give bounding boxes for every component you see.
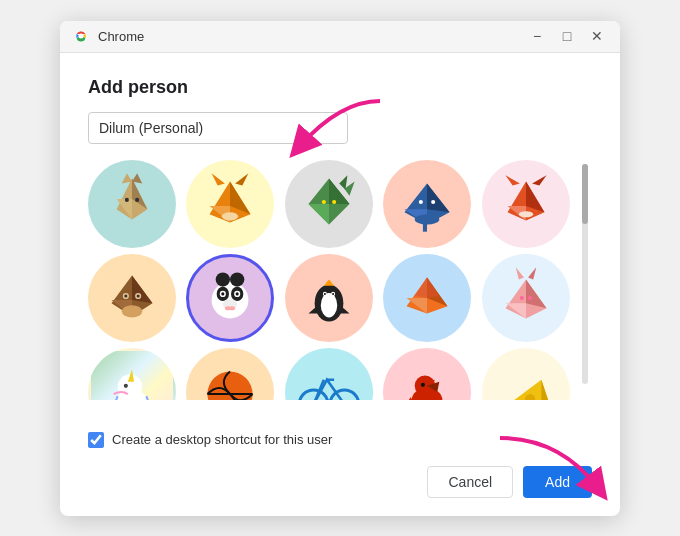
svg-marker-33: [505, 175, 519, 185]
avatar-item-14[interactable]: [383, 348, 471, 400]
svg-point-55: [230, 272, 244, 286]
person-name-input[interactable]: [88, 112, 348, 144]
maximize-button[interactable]: □: [556, 25, 578, 47]
avatar-item-1[interactable]: [88, 160, 176, 248]
svg-point-80: [124, 383, 128, 387]
avatar-item-2[interactable]: [186, 160, 274, 248]
svg-point-64: [332, 292, 334, 294]
window-controls: − □ ✕: [526, 25, 608, 47]
svg-point-21: [322, 199, 326, 203]
svg-point-91: [421, 382, 425, 386]
scrollbar-track[interactable]: [582, 164, 588, 384]
svg-marker-34: [532, 175, 546, 185]
avatar-item-9[interactable]: [383, 254, 471, 342]
svg-point-49: [222, 292, 225, 295]
window-title: Chrome: [98, 29, 526, 44]
dialog-content: Add person: [60, 53, 620, 418]
svg-point-1: [79, 34, 84, 39]
svg-marker-69: [427, 277, 439, 298]
chrome-logo-icon: [72, 27, 90, 45]
svg-marker-74: [528, 267, 536, 279]
svg-point-53: [229, 306, 235, 310]
cancel-button[interactable]: Cancel: [427, 466, 513, 498]
avatar-grid-wrap: [88, 160, 578, 400]
close-button[interactable]: ✕: [586, 25, 608, 47]
svg-point-54: [216, 272, 230, 286]
svg-point-57: [321, 292, 337, 317]
svg-marker-37: [132, 275, 153, 303]
avatar-item-6[interactable]: [88, 254, 176, 342]
add-button[interactable]: Add: [523, 466, 592, 498]
svg-marker-93: [541, 379, 551, 399]
avatar-grid: [88, 160, 578, 400]
scrollbar: [578, 160, 592, 400]
svg-marker-18: [308, 204, 329, 225]
avatar-item-7[interactable]: [186, 254, 274, 342]
svg-point-28: [419, 199, 423, 203]
svg-point-81: [208, 371, 253, 400]
svg-rect-27: [423, 219, 427, 231]
avatar-item-15[interactable]: [482, 348, 570, 400]
svg-point-8: [125, 197, 129, 201]
svg-point-15: [222, 212, 238, 220]
avatar-item-3[interactable]: [285, 160, 373, 248]
avatar-item-13[interactable]: [285, 348, 373, 400]
minimize-button[interactable]: −: [526, 25, 548, 47]
avatar-item-8[interactable]: [285, 254, 373, 342]
svg-marker-68: [415, 277, 427, 298]
svg-point-42: [124, 294, 127, 297]
avatar-item-4[interactable]: [383, 160, 471, 248]
desktop-shortcut-label[interactable]: Create a desktop shortcut for this user: [112, 432, 332, 447]
avatar-item-10[interactable]: [482, 254, 570, 342]
desktop-shortcut-checkbox[interactable]: [88, 432, 104, 448]
avatar-item-5[interactable]: [482, 160, 570, 248]
svg-marker-13: [212, 173, 225, 185]
svg-point-39: [122, 305, 143, 317]
dialog-footer: Cancel Add: [60, 466, 620, 516]
svg-point-22: [332, 199, 336, 203]
avatar-item-12[interactable]: [186, 348, 274, 400]
svg-point-29: [431, 199, 435, 203]
svg-point-50: [236, 292, 239, 295]
svg-point-63: [324, 292, 326, 294]
svg-point-9: [135, 197, 139, 201]
checkbox-row: Create a desktop shortcut for this user: [60, 432, 620, 448]
svg-marker-24: [427, 183, 450, 212]
dialog-title: Add person: [88, 77, 592, 98]
svg-point-75: [519, 295, 523, 299]
svg-marker-58: [324, 279, 334, 285]
avatar-item-11[interactable]: [88, 348, 176, 400]
scrollbar-thumb[interactable]: [582, 164, 588, 224]
svg-marker-73: [515, 267, 523, 279]
svg-point-76: [528, 295, 532, 299]
chrome-window: Chrome − □ ✕ Add person: [60, 21, 620, 516]
svg-marker-14: [236, 173, 249, 185]
avatar-section: [88, 160, 592, 400]
svg-point-43: [137, 294, 140, 297]
svg-point-82: [299, 389, 328, 399]
titlebar: Chrome − □ ✕: [60, 21, 620, 53]
svg-point-35: [518, 211, 532, 217]
